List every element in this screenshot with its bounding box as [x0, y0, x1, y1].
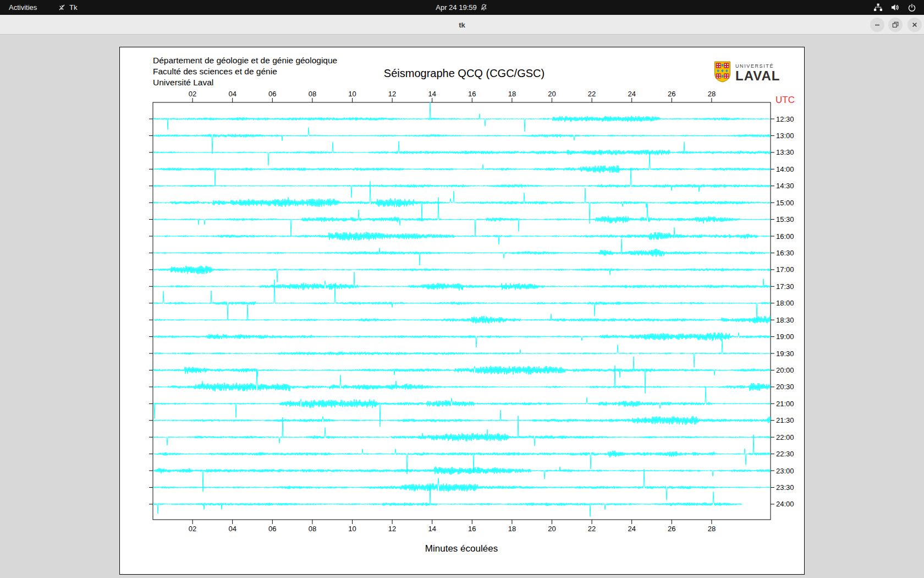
window-title: tk: [0, 15, 924, 35]
power-icon: [908, 3, 916, 12]
top-tick-label: 08: [309, 90, 316, 98]
row-time-label: 15:30: [776, 215, 794, 223]
seismogram-trace: [153, 332, 771, 347]
row-time-label: 17:00: [776, 265, 794, 274]
row-time-label: 24:00: [776, 500, 794, 508]
top-tick-label: 12: [388, 90, 396, 98]
row-time-label: 17:30: [776, 282, 794, 291]
bottom-tick-label: 10: [348, 525, 356, 533]
row-time-label: 22:00: [776, 433, 794, 441]
bottom-tick-label: 18: [508, 525, 516, 533]
activities-button[interactable]: Activities: [9, 0, 37, 15]
top-tick-label: 04: [228, 90, 236, 98]
top-tick-label: 22: [588, 90, 596, 98]
seismogram-trace: [153, 469, 771, 500]
bottom-tick-label: 02: [189, 525, 196, 533]
row-time-label: 13:30: [776, 148, 794, 156]
row-time-label: 13:00: [776, 132, 794, 140]
bottom-tick-label: 20: [548, 525, 556, 533]
bottom-tick-label: 08: [309, 525, 316, 533]
row-time-label: 20:30: [776, 383, 794, 391]
bottom-tick-label: 14: [428, 525, 436, 533]
app-indicator[interactable]: Tk: [58, 0, 77, 15]
bottom-tick-label: 22: [588, 525, 596, 533]
seismogram-trace: [153, 239, 771, 265]
seismogram-trace: [153, 128, 771, 154]
tk-icon: [58, 3, 66, 12]
row-time-label: 19:00: [776, 332, 794, 341]
seismograph-canvas: Département de géologie et de génie géol…: [119, 47, 805, 575]
row-time-label: 23:30: [776, 483, 794, 492]
row-time-label: 22:30: [776, 450, 794, 458]
row-time-label: 12:30: [776, 115, 794, 123]
top-tick-label: 20: [548, 90, 556, 98]
window-titlebar: tk: [0, 15, 924, 35]
seismogram-trace: [153, 304, 771, 324]
seismogram-trace: [153, 168, 771, 198]
helicorder-plot: 0202040406060808101012121414161618182020…: [120, 47, 805, 575]
system-status-area[interactable]: [873, 0, 916, 15]
row-time-label: 21:30: [776, 416, 794, 424]
trace-group: [153, 100, 771, 517]
network-wired-icon: [873, 3, 883, 12]
seismogram-trace: [153, 100, 771, 132]
seismogram-trace: [153, 435, 771, 474]
bottom-tick-label: 12: [388, 525, 396, 533]
seismogram-trace: [153, 141, 771, 166]
top-tick-label: 10: [348, 90, 356, 98]
top-tick-label: 24: [628, 90, 635, 98]
top-tick-label: 28: [708, 90, 716, 98]
seismogram-trace: [153, 339, 771, 367]
clock-label: Apr 24 19:59: [436, 3, 476, 12]
row-time-label: 23:00: [776, 467, 794, 475]
seismogram-trace: [153, 410, 771, 425]
top-tick-label: 02: [189, 90, 196, 98]
row-time-label: 14:30: [776, 182, 794, 190]
row-time-label: 16:00: [776, 232, 794, 241]
row-time-label: 18:00: [776, 299, 794, 307]
notifications-muted-icon: [480, 3, 488, 12]
plot-border: [153, 102, 771, 520]
bottom-tick-label: 16: [468, 525, 476, 533]
app-indicator-label: Tk: [69, 3, 77, 12]
row-time-label: 14:00: [776, 165, 794, 173]
bottom-tick-label: 04: [228, 525, 236, 533]
seismogram-trace: [153, 266, 771, 282]
app-content: Département de géologie et de génie géol…: [0, 35, 924, 578]
row-time-label: 20:00: [776, 366, 794, 374]
top-tick-label: 06: [268, 90, 276, 98]
bottom-tick-label: 26: [668, 525, 675, 533]
top-tick-label: 26: [668, 90, 675, 98]
row-time-label: 18:30: [776, 316, 794, 324]
seismogram-trace: [153, 181, 771, 223]
row-time-label: 15:00: [776, 199, 794, 207]
bottom-tick-label: 24: [628, 525, 635, 533]
row-time-label: 16:30: [776, 249, 794, 257]
seismogram-trace: [153, 272, 771, 291]
bottom-tick-label: 28: [708, 525, 716, 533]
row-time-label: 21:00: [776, 400, 794, 408]
bottom-tick-label: 06: [268, 525, 276, 533]
restore-button[interactable]: [888, 18, 903, 32]
top-tick-label: 18: [508, 90, 516, 98]
seismogram-trace: [153, 227, 771, 244]
top-tick-label: 14: [428, 90, 436, 98]
seismogram-trace: [153, 153, 771, 186]
top-tick-label: 16: [468, 90, 476, 98]
close-button[interactable]: [908, 18, 922, 32]
clock-menu[interactable]: Apr 24 19:59: [436, 0, 488, 15]
volume-icon: [890, 3, 900, 12]
row-time-label: 19:30: [776, 350, 794, 358]
minimize-button[interactable]: [870, 18, 884, 32]
gnome-top-bar: Activities Tk Apr 24 19:59: [0, 0, 924, 15]
